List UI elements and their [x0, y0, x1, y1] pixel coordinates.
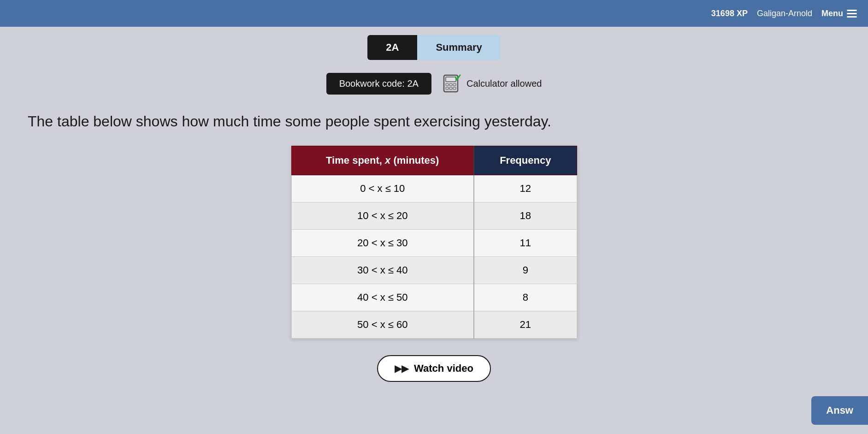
- table-cell-frequency: 8: [474, 284, 577, 311]
- bookwork-code: Bookwork code: 2A: [326, 73, 431, 95]
- question-text: The table below shows how much time some…: [28, 111, 840, 132]
- table-row: 30 < x ≤ 409: [291, 256, 577, 284]
- watch-video-button[interactable]: ▶▶ Watch video: [377, 355, 491, 382]
- table-row: 10 < x ≤ 2018: [291, 202, 577, 229]
- top-bar: 31698 XP Galigan-Arnold Menu: [0, 0, 868, 27]
- svg-rect-3: [449, 83, 452, 86]
- table-cell-range: 40 < x ≤ 50: [291, 284, 474, 311]
- tab-2a[interactable]: 2A: [367, 35, 417, 60]
- table-cell-frequency: 11: [474, 229, 577, 256]
- menu-button[interactable]: Menu: [821, 9, 857, 18]
- svg-rect-1: [446, 77, 456, 82]
- answer-button[interactable]: Answ: [811, 396, 868, 425]
- hamburger-icon: [847, 10, 857, 18]
- watch-video-area: ▶▶ Watch video: [0, 355, 868, 382]
- svg-rect-7: [453, 87, 456, 89]
- table-row: 0 < x ≤ 1012: [291, 175, 577, 202]
- table-cell-frequency: 12: [474, 175, 577, 202]
- calculator-icon: [443, 74, 462, 94]
- tab-summary[interactable]: Summary: [417, 35, 500, 60]
- xp-display: 31698 XP: [711, 9, 748, 18]
- table-cell-frequency: 18: [474, 202, 577, 229]
- table-container: Time spent, x (minutes) Frequency 0 < x …: [0, 146, 868, 339]
- play-icon: ▶▶: [395, 363, 408, 374]
- table-row: 50 < x ≤ 6021: [291, 311, 577, 338]
- data-table: Time spent, x (minutes) Frequency 0 < x …: [291, 146, 577, 339]
- table-cell-range: 0 < x ≤ 10: [291, 175, 474, 202]
- table-row: 20 < x ≤ 3011: [291, 229, 577, 256]
- tab-area: 2A Summary: [0, 35, 868, 60]
- col1-header: Time spent, x (minutes): [291, 146, 474, 175]
- calculator-allowed: Calculator allowed: [443, 74, 542, 94]
- table-cell-range: 50 < x ≤ 60: [291, 311, 474, 338]
- table-cell-range: 20 < x ≤ 30: [291, 229, 474, 256]
- table-cell-frequency: 21: [474, 311, 577, 338]
- table-cell-range: 10 < x ≤ 20: [291, 202, 474, 229]
- menu-label: Menu: [821, 9, 843, 18]
- table-cell-frequency: 9: [474, 256, 577, 284]
- bookwork-area: Bookwork code: 2A Calculator allowed: [0, 73, 868, 95]
- svg-rect-5: [446, 87, 449, 89]
- svg-rect-6: [449, 87, 452, 89]
- table-cell-range: 30 < x ≤ 40: [291, 256, 474, 284]
- svg-rect-4: [453, 83, 456, 86]
- svg-rect-2: [446, 83, 449, 86]
- user-display: Galigan-Arnold: [757, 9, 812, 18]
- table-row: 40 < x ≤ 508: [291, 284, 577, 311]
- col2-header: Frequency: [474, 146, 577, 175]
